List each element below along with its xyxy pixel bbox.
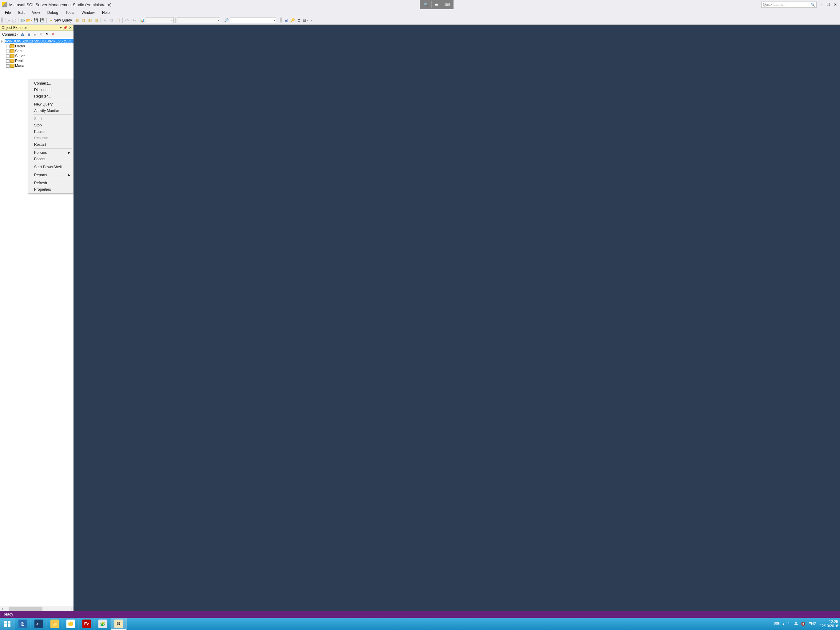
filter-icon[interactable]: ▽ <box>38 32 43 37</box>
horiz-scrollbar[interactable]: ◂ ▸ <box>0 606 74 611</box>
menu-file[interactable]: File <box>2 10 14 15</box>
analysis-mdx-icon[interactable]: ▥ <box>81 17 86 23</box>
context-menu-item[interactable]: Activity Monitor <box>28 108 72 114</box>
sound-tray-icon[interactable]: 🔇 <box>801 622 805 626</box>
stop-icon[interactable]: ■ <box>32 32 37 37</box>
save-all-button[interactable]: 💾 <box>39 17 45 23</box>
context-menu-item[interactable]: Refresh <box>28 180 72 186</box>
analysis-dmx-icon[interactable]: ▥ <box>87 17 93 23</box>
panel-close-icon[interactable]: ✕ <box>69 25 72 30</box>
key-icon[interactable]: 🔑 <box>290 17 295 23</box>
tray-chevron-icon[interactable]: ▴ <box>783 622 784 626</box>
taskbar-clock[interactable]: 12:25 12/10/2016 <box>820 619 840 628</box>
disconnect-icon[interactable]: 🖥 <box>26 32 31 37</box>
panel-dropdown-icon[interactable]: ▾ <box>60 25 62 30</box>
nav-back-button[interactable]: ◯▾ <box>5 17 10 23</box>
scroll-right-icon[interactable]: ▸ <box>69 606 74 611</box>
magnify-icon[interactable]: 🔍 <box>421 1 431 8</box>
tree-folder-databases[interactable]: + Datab <box>0 44 74 49</box>
context-menu-item[interactable]: Facets <box>28 156 72 162</box>
tree-expander-icon[interactable]: + <box>6 54 9 58</box>
tree-expander-icon[interactable]: + <box>6 49 9 53</box>
context-menu-item[interactable]: Disconnect <box>28 86 72 93</box>
context-menu-item[interactable]: Stop <box>28 122 72 128</box>
context-menu-item[interactable]: Start PowerShell <box>28 164 72 170</box>
network-tray-icon[interactable]: 🖧 <box>794 622 798 626</box>
undo-button[interactable]: ↶▾ <box>124 17 130 23</box>
activity-monitor-button[interactable]: 📊 <box>140 17 145 23</box>
toolbar-grip[interactable] <box>280 17 282 23</box>
menu-help[interactable]: Help <box>99 10 113 15</box>
context-menu-item[interactable]: Properties <box>28 186 72 193</box>
minimize-button[interactable]: ─ <box>820 2 823 7</box>
open-file-button[interactable]: 📂▾ <box>27 17 32 23</box>
tree-expander-icon[interactable]: + <box>6 59 9 63</box>
context-menu-item[interactable]: Register... <box>28 93 72 99</box>
taskbar-explorer[interactable]: 📁 <box>47 618 63 630</box>
context-menu-item[interactable]: New Query <box>28 101 72 108</box>
analysis-xmla-icon[interactable]: ▥ <box>93 17 99 23</box>
new-project-button[interactable]: ▥▾ <box>20 17 25 23</box>
context-menu-item[interactable]: Restart <box>28 141 72 148</box>
tree-folder-management[interactable]: + Mana <box>0 63 74 68</box>
connect-obj-explorer-icon[interactable]: 🖧 <box>20 32 25 37</box>
tree-expander-icon[interactable]: − <box>1 40 3 43</box>
tree-folder-server-objects[interactable]: + Serve <box>0 54 74 59</box>
solution-platform-combo[interactable]: ▾ <box>177 17 220 24</box>
taskbar-powershell[interactable]: >_ <box>31 618 47 630</box>
menu-window[interactable]: Window <box>78 10 98 15</box>
menu-view[interactable]: View <box>29 10 43 15</box>
tree-expander-icon[interactable]: + <box>6 64 9 68</box>
context-menu-item[interactable]: Reports▶ <box>28 172 72 178</box>
redo-button[interactable]: ↷▾ <box>131 17 136 23</box>
toolbar-grip[interactable] <box>1 17 3 23</box>
panel-pin-icon[interactable]: 📌 <box>63 25 68 30</box>
solution-config-combo[interactable]: ▾ <box>146 17 174 24</box>
scroll-thumb[interactable] <box>9 606 43 611</box>
template-browser-icon[interactable]: ▦▾ <box>303 17 308 23</box>
lang-indicator[interactable]: ENG <box>808 622 816 626</box>
oe-help-icon[interactable]: ✿ <box>51 32 56 37</box>
maximize-button[interactable]: ❐ <box>827 2 830 7</box>
taskbar-unknown-app[interactable]: 🧩 <box>95 618 111 630</box>
new-query-button[interactable]: ✦ New Query <box>48 17 73 23</box>
toolbar-overflow-icon[interactable]: ▾ <box>309 17 314 23</box>
context-menu-item[interactable]: Policies▶ <box>28 149 72 156</box>
start-button[interactable] <box>0 618 15 630</box>
cut-button[interactable]: ✂ <box>103 17 108 23</box>
menu-edit[interactable]: Edit <box>15 10 28 15</box>
context-menu-item[interactable]: Connect... <box>28 80 72 86</box>
keyboard-icon[interactable]: ⌨ <box>442 1 452 8</box>
flag-tray-icon[interactable]: 🏳 <box>788 622 791 626</box>
db-engine-query-icon[interactable]: ▥ <box>74 17 80 23</box>
scroll-left-icon[interactable]: ◂ <box>0 606 4 611</box>
search-icon: 🔍 <box>811 3 815 7</box>
taskbar-chrome[interactable]: 🟡 <box>63 618 79 630</box>
system-tray[interactable]: ⌨ ▴ 🏳 🖧 🔇 ENG <box>771 622 820 626</box>
taskbar-filezilla[interactable]: Fz <box>79 618 95 630</box>
find-button[interactable]: 🔎 <box>224 17 229 23</box>
new-query-label: New Query <box>54 18 72 22</box>
tree-folder-security[interactable]: + Secu <box>0 49 74 54</box>
tree-expander-icon[interactable]: + <box>6 44 9 48</box>
properties-icon[interactable]: ≣ <box>296 17 302 23</box>
nav-forward-button[interactable]: ◯ <box>11 17 17 23</box>
menu-lines-icon[interactable]: ☰ <box>431 1 442 8</box>
copy-button[interactable]: ⧉ <box>109 17 114 23</box>
keyboard-tray-icon[interactable]: ⌨ <box>774 622 779 626</box>
refresh-icon[interactable]: ↻ <box>44 32 49 37</box>
taskbar-ssms[interactable]: 🛠 <box>111 618 127 630</box>
registered-servers-icon[interactable]: ▣ <box>283 17 289 23</box>
context-menu-item[interactable]: Pause <box>28 128 72 135</box>
taskbar-server-manager[interactable]: 🗄 <box>15 618 31 630</box>
menu-tools[interactable]: Tools <box>62 10 77 15</box>
close-button[interactable]: ✕ <box>834 2 837 7</box>
quick-launch-input[interactable]: Quick Launch 🔍 <box>761 2 816 8</box>
save-button[interactable]: 💾 <box>33 17 38 23</box>
find-combo[interactable]: ▾ <box>230 17 276 24</box>
tree-folder-replication[interactable]: + Repli <box>0 59 74 63</box>
menu-debug[interactable]: Debug <box>44 10 61 15</box>
paste-button[interactable]: 📋 <box>115 17 121 23</box>
tree-server-node[interactable]: − WINDOWS2012R2\SQLEXPRESS (SQL S <box>0 39 74 44</box>
connect-button[interactable]: Connect ▾ <box>1 32 19 37</box>
